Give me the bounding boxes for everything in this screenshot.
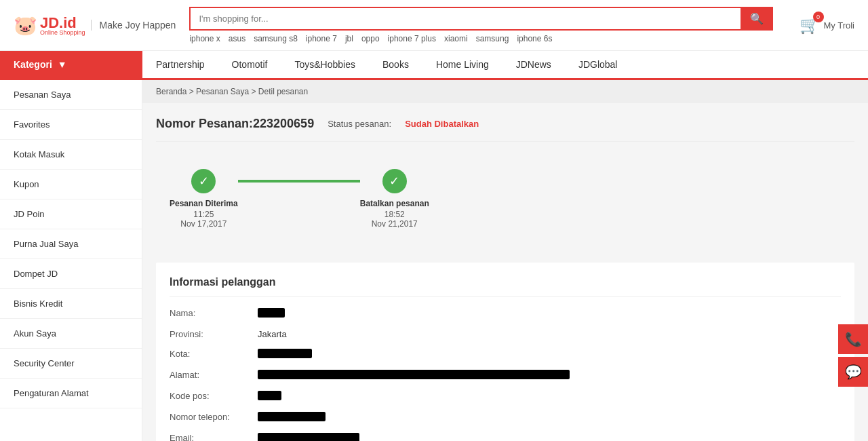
order-status-label: Status pesanan: [328,119,391,129]
search-tag-oppo[interactable]: oppo [361,34,380,43]
kategori-label: Kategori [14,59,52,70]
info-value-kota [258,349,312,360]
step-circle-2: ✓ [382,169,407,193]
order-status-value: Sudah Dibatalkan [405,119,479,129]
info-label-nama: Nama: [170,308,258,318]
sidebar-item-purna-jual[interactable]: Purna Jual Saya [0,229,142,259]
search-input[interactable] [189,7,741,31]
search-area: 🔍 iphone x asus samsung s8 iphone 7 jbl … [189,7,773,43]
step-time-1: 11:25 [193,210,214,219]
search-tags: iphone x asus samsung s8 iphone 7 jbl op… [189,34,773,43]
search-button[interactable]: 🔍 [741,7,773,31]
sidebar-item-dompet-jd[interactable]: Dompet JD [0,259,142,289]
nav-item-jdglobal[interactable]: JDGlobal [565,51,631,78]
sidebar-item-favorites[interactable]: Favorites [0,110,142,140]
step-date-2: Nov 21,2017 [372,219,418,229]
nav-kategori[interactable]: Kategori ▼ [0,51,142,78]
breadcrumb-pesanan-saya[interactable]: Pesanan Saya [196,87,249,96]
step-circle-1: ✓ [191,169,216,193]
search-tag-samsung-s8[interactable]: samsung s8 [254,34,298,43]
logo-box: 🐷 JD.id Online Shopping [14,14,85,37]
logo-area: 🐷 JD.id Online Shopping Make Joy Happen [14,14,176,37]
customer-info-title: Informasi pelanggan [170,276,841,297]
sidebar-item-kupon[interactable]: Kupon [0,170,142,199]
info-row-alamat: Alamat: [170,370,841,381]
header: 🐷 JD.id Online Shopping Make Joy Happen … [0,0,868,51]
info-label-kota: Kota: [170,349,258,359]
logo-pig-icon: 🐷 [14,14,37,37]
search-bar: 🔍 [189,7,773,31]
search-tag-iphone-x[interactable]: iphone x [189,34,220,43]
breadcrumb-current: Detil pesanan [258,87,308,96]
sidebar-item-akun-saya[interactable]: Akun Saya [0,319,142,349]
order-number: Nomor Pesanan:223200659 [156,117,314,131]
info-value-kodepos [258,391,281,402]
redacted-email [258,433,359,441]
sidebar-item-kotak-masuk[interactable]: Kotak Masuk [0,140,142,170]
search-tag-xiaomi[interactable]: xiaomi [444,34,468,43]
nav-item-otomotif[interactable]: Otomotif [218,51,281,78]
float-phone-button[interactable]: 📞 [838,324,868,354]
search-tag-samsung[interactable]: samsung [476,34,509,43]
search-tag-asus[interactable]: asus [229,34,245,43]
breadcrumb-separator-2: > [251,87,258,96]
order-number-value: 223200659 [253,117,314,130]
sidebar-item-pengaturan-alamat[interactable]: Pengaturan Alamat [0,379,142,408]
float-support-button[interactable]: 💬 [838,357,868,387]
info-label-kodepos: Kode pos: [170,391,258,401]
info-value-telepon [258,412,326,423]
info-value-alamat [258,370,570,381]
nav-item-books[interactable]: Books [369,51,422,78]
search-tag-jbl[interactable]: jbl [345,34,353,43]
main-content: Beranda > Pesanan Saya > Detil pesanan N… [142,80,868,441]
breadcrumb-separator-1: > [189,87,196,96]
cart-count: 0 [813,12,824,22]
step-label-1: Pesanan Diterima [170,199,238,208]
progress-line [238,180,360,183]
customer-info-section: Informasi pelanggan Nama: Provinsi: Jaka… [156,263,854,441]
sidebar-item-bisnis-kredit[interactable]: Bisnis Kredit [0,289,142,319]
progress-tracker: ✓ Pesanan Diterima 11:25 Nov 17,2017 ✓ B… [156,162,854,235]
info-value-provinsi: Jakarta [258,329,287,339]
cart-icon-wrap: 🛒 0 [800,16,820,35]
info-row-email: Email: [170,433,841,441]
order-number-label: Nomor Pesanan: [156,117,253,130]
info-row-kodepos: Kode pos: [170,391,841,402]
nav-item-jdnews[interactable]: JDNews [502,51,565,78]
nav-item-homeliving[interactable]: Home Living [422,51,502,78]
float-buttons: 📞 💬 [838,324,868,387]
redacted-kodepos [258,391,281,400]
sidebar-item-pesanan-saya[interactable]: Pesanan Saya [0,80,142,110]
progress-step-1: ✓ Pesanan Diterima 11:25 Nov 17,2017 [170,169,238,229]
layout: Pesanan Saya Favorites Kotak Masuk Kupon… [0,80,868,441]
info-row-telepon: Nomor telepon: [170,412,841,423]
nav-item-toys[interactable]: Toys&Hobbies [281,51,370,78]
step-time-2: 18:52 [384,210,405,219]
sidebar-item-security-center[interactable]: Security Center [0,349,142,379]
nav-item-partnership[interactable]: Partnership [142,51,218,78]
info-row-nama: Nama: [170,308,841,320]
breadcrumb-home[interactable]: Beranda [156,87,186,96]
search-tag-iphone-6s[interactable]: iphone 6s [517,34,552,43]
search-tag-iphone-7-plus[interactable]: iphone 7 plus [388,34,436,43]
redacted-alamat [258,370,570,379]
cart-area[interactable]: 🛒 0 My Troli [787,16,854,35]
sidebar-item-jd-poin[interactable]: JD Poin [0,199,142,229]
tagline: Make Joy Happen [91,20,176,31]
nav: Kategori ▼ Partnership Otomotif Toys&Hob… [0,51,868,80]
info-row-provinsi: Provinsi: Jakarta [170,329,841,339]
progress-step-2: ✓ Batalkan pesanan 18:52 Nov 21,2017 [360,169,429,229]
info-label-email: Email: [170,433,258,441]
logo-text-group: JD.id Online Shopping [40,14,85,36]
logo-sub: Online Shopping [40,29,85,36]
info-label-telepon: Nomor telepon: [170,412,258,422]
info-label-provinsi: Provinsi: [170,329,258,339]
search-tag-iphone-7[interactable]: iphone 7 [306,34,337,43]
nav-items: Partnership Otomotif Toys&Hobbies Books … [142,51,631,78]
info-label-alamat: Alamat: [170,370,258,380]
info-value-nama [258,308,285,320]
step-date-1: Nov 17,2017 [180,219,226,229]
step-label-2: Batalkan pesanan [360,199,429,208]
sidebar: Pesanan Saya Favorites Kotak Masuk Kupon… [0,80,142,441]
redacted-kota [258,349,312,358]
